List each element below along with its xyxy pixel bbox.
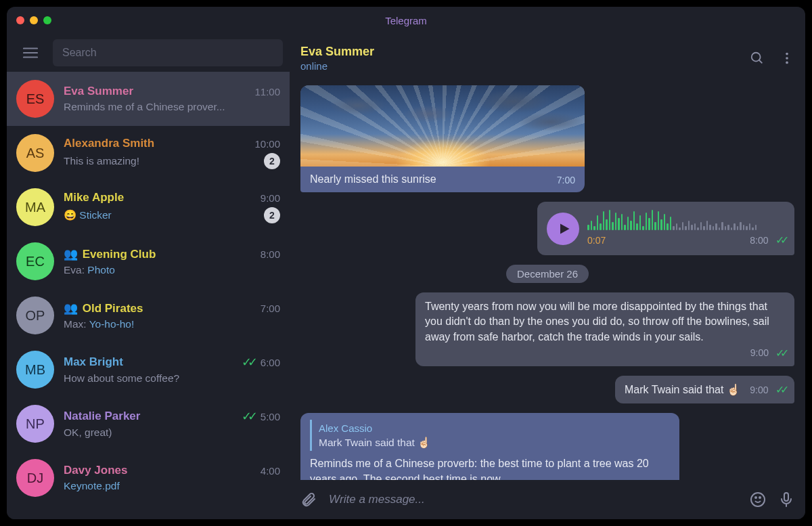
image-attachment[interactable] — [300, 85, 585, 167]
chat-name: Davy Jones — [64, 464, 256, 477]
app-title: Telegram — [385, 15, 427, 26]
chat-time: 11:00 — [254, 86, 280, 97]
chat-list: ESEva Summer11:00Reminds me of a Chinese… — [7, 72, 290, 519]
more-vertical-icon — [780, 51, 794, 66]
search-in-chat-button[interactable] — [750, 51, 765, 66]
more-options-button[interactable] — [780, 51, 794, 66]
chat-time: 10:00 — [254, 138, 280, 150]
chat-time: 7:00 — [261, 303, 280, 314]
attach-button[interactable] — [300, 491, 317, 508]
voice-duration: 0:07 — [587, 234, 606, 248]
paperclip-icon — [300, 491, 317, 508]
message-body: Reminds me of a Chinese proverb: the bes… — [310, 458, 649, 480]
chat-preview: 😄 Sticker — [64, 209, 258, 221]
hamburger-icon — [23, 47, 38, 58]
chat-list-item[interactable]: MBMax Bright✓✓6:00How about some coffee? — [7, 343, 290, 397]
chat-header-name[interactable]: Eva Summer — [300, 45, 750, 59]
svg-point-6 — [786, 57, 788, 60]
message-input[interactable]: Write a message... — [329, 493, 738, 506]
chat-header-status: online — [300, 60, 750, 72]
smile-icon — [750, 491, 766, 508]
image-caption: Nearly missed this sunrise — [310, 172, 550, 187]
chat-name: 👥 Evening Club — [64, 247, 256, 261]
chat-preview: OK, great) — [64, 426, 280, 439]
chat-time: 6:00 — [261, 357, 280, 368]
svg-marker-8 — [560, 223, 570, 234]
message-input-bar: Write a message... — [290, 480, 805, 519]
avatar: ES — [16, 80, 54, 118]
read-checks-icon: ✓✓ — [242, 355, 254, 370]
message-time: 7:00 — [557, 174, 575, 188]
svg-point-5 — [786, 53, 788, 56]
svg-point-10 — [755, 497, 757, 498]
chat-name: Eva Summer — [64, 85, 250, 98]
reply-reference[interactable]: Alex Cassio Mark Twain said that ☝🏻 — [310, 420, 670, 452]
read-checks-icon: ✓✓ — [775, 384, 785, 395]
emoji-button[interactable] — [750, 491, 766, 508]
close-window-button[interactable] — [16, 16, 24, 24]
reply-quoted-text: Mark Twain said that ☝🏻 — [319, 435, 670, 450]
message-image[interactable]: Nearly missed this sunrise 7:00 — [300, 85, 585, 192]
search-input[interactable]: Search — [53, 39, 283, 66]
chat-pane: Eva Summer online — [290, 34, 805, 519]
message-time: 8:00 — [750, 235, 768, 246]
play-button[interactable] — [547, 213, 579, 245]
message-time: 9:00 — [750, 347, 769, 360]
svg-line-4 — [759, 60, 763, 64]
avatar: AS — [16, 134, 54, 172]
chat-list-item[interactable]: EC👥 Evening Club8:00Eva: Photo — [7, 234, 290, 288]
message-reply[interactable]: Alex Cassio Mark Twain said that ☝🏻 Remi… — [300, 413, 679, 480]
svg-point-7 — [786, 62, 788, 64]
message-list: Nearly missed this sunrise 7:00 — [290, 83, 805, 480]
minimize-window-button[interactable] — [30, 16, 38, 24]
chat-preview: Max: Yo-ho-ho! — [64, 318, 280, 330]
unread-badge: 2 — [264, 153, 280, 169]
chat-list-item[interactable]: DJDavy Jones4:00Keynote.pdf — [7, 451, 290, 505]
play-icon — [558, 223, 570, 235]
message-body: Twenty years from now you will be more d… — [425, 301, 769, 343]
group-icon: 👥 — [64, 248, 78, 261]
chat-time: 9:00 — [261, 192, 280, 204]
menu-button[interactable] — [12, 37, 49, 69]
chat-header: Eva Summer online — [290, 34, 805, 83]
avatar: EC — [16, 242, 54, 280]
unread-badge: 2 — [264, 207, 280, 223]
chat-name: Natalie Parker — [64, 410, 238, 423]
avatar: OP — [16, 297, 54, 334]
chat-list-item[interactable]: MAMike Apple9:00😄 Sticker2 — [7, 180, 290, 234]
chat-preview: Eva: Photo — [64, 264, 280, 276]
voice-waveform[interactable] — [587, 209, 785, 230]
chat-list-item[interactable]: OP👥 Old Pirates7:00Max: Yo-ho-ho! — [7, 288, 290, 343]
read-checks-icon: ✓✓ — [242, 409, 254, 424]
svg-point-3 — [752, 53, 761, 62]
chat-list-item[interactable]: ASAlexandra Smith10:00This is amazing!2 — [7, 126, 290, 180]
chat-list-item[interactable]: ESEva Summer11:00Reminds me of a Chinese… — [7, 72, 290, 126]
chat-preview: How about some coffee? — [64, 372, 280, 385]
reply-sender-name: Alex Cassio — [319, 421, 670, 435]
message-text[interactable]: Mark Twain said that ☝🏻 9:00 ✓✓ — [615, 376, 794, 403]
chat-name: Max Bright — [64, 355, 238, 369]
message-voice[interactable]: 0:07 8:00 ✓✓ — [537, 202, 794, 255]
app-window: Telegram Search ESEva Summer11:00Reminds… — [7, 7, 805, 519]
chat-preview: Keynote.pdf — [64, 480, 280, 492]
message-text[interactable]: Twenty years from now you will be more d… — [415, 292, 794, 367]
chat-time: 8:00 — [261, 248, 280, 260]
chat-name: Alexandra Smith — [64, 137, 250, 150]
window-controls — [16, 16, 51, 24]
read-checks-icon: ✓✓ — [775, 346, 785, 361]
chat-time: 5:00 — [261, 411, 280, 422]
titlebar: Telegram — [7, 7, 805, 34]
svg-point-11 — [759, 497, 761, 498]
sidebar: Search ESEva Summer11:00Reminds me of a … — [7, 34, 290, 519]
microphone-icon — [778, 491, 794, 508]
maximize-window-button[interactable] — [43, 16, 51, 24]
avatar: MA — [16, 188, 54, 226]
avatar: NP — [16, 405, 54, 443]
read-checks-icon: ✓✓ — [775, 234, 785, 246]
voice-record-button[interactable] — [778, 491, 794, 508]
chat-list-item[interactable]: NPNatalie Parker✓✓5:00OK, great) — [7, 397, 290, 451]
message-body: Mark Twain said that ☝🏻 — [625, 384, 740, 395]
avatar: MB — [16, 351, 54, 389]
group-icon: 👥 — [64, 302, 78, 315]
avatar: DJ — [16, 459, 54, 497]
